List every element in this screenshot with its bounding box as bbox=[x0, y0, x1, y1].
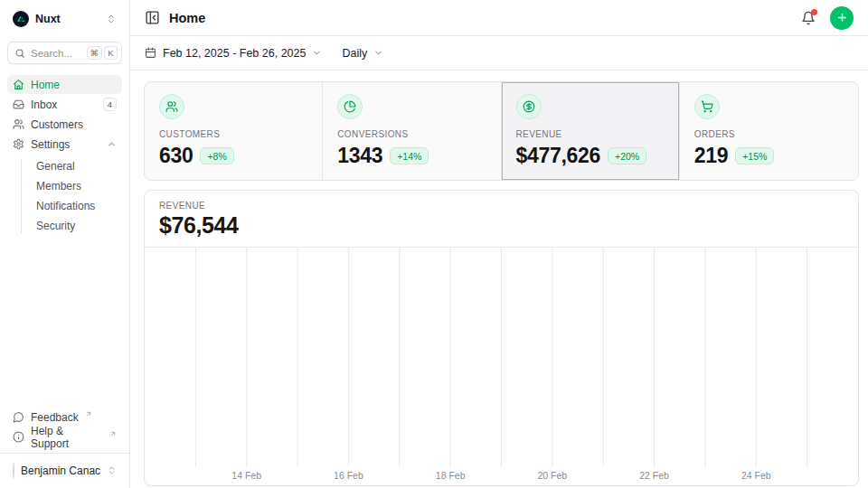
sidebar-item-customers[interactable]: Customers bbox=[7, 115, 122, 134]
stat-value: 1343 bbox=[337, 144, 382, 168]
sidebar-subitem-security[interactable]: Security bbox=[31, 216, 122, 235]
dashboard-content: CUSTOMERS630+8%CONVERSIONS1343+14%REVENU… bbox=[130, 70, 868, 488]
stat-card-revenue[interactable]: REVENUE$477,626+20% bbox=[502, 82, 680, 180]
avatar bbox=[13, 462, 14, 479]
area-chart-svg bbox=[145, 248, 858, 467]
x-axis-tick: 14 Feb bbox=[231, 470, 261, 481]
filters-toolbar: Feb 12, 2025 - Feb 26, 2025 Daily bbox=[130, 36, 868, 70]
stat-label: CONVERSIONS bbox=[337, 129, 486, 139]
date-range-label: Feb 12, 2025 - Feb 26, 2025 bbox=[163, 47, 306, 60]
chevron-down-icon bbox=[312, 48, 322, 58]
search-icon bbox=[14, 48, 25, 59]
date-range-picker[interactable]: Feb 12, 2025 - Feb 26, 2025 bbox=[145, 47, 322, 60]
page-header: Home bbox=[130, 0, 868, 36]
sidebar-footer: FeedbackHelp & Support bbox=[7, 408, 122, 446]
user-name: Benjamin Canac bbox=[21, 465, 100, 477]
message-circle-icon bbox=[13, 411, 24, 423]
x-axis-tick: 18 Feb bbox=[436, 470, 466, 481]
sidebar-item-label: Customers bbox=[31, 118, 117, 131]
stat-card-conversions[interactable]: CONVERSIONS1343+14% bbox=[323, 82, 501, 180]
x-axis-tick: 22 Feb bbox=[639, 470, 669, 481]
sidebar-item-label: Settings bbox=[31, 138, 100, 151]
home-icon bbox=[13, 79, 24, 90]
users-icon bbox=[159, 94, 184, 119]
stat-delta-badge: +14% bbox=[390, 147, 429, 164]
x-axis-tick: 24 Feb bbox=[741, 470, 771, 481]
notifications-button[interactable] bbox=[801, 11, 816, 25]
notification-dot bbox=[811, 9, 817, 15]
sidebar: Nuxt Search... ⌘K HomeInbox4CustomersSet… bbox=[0, 0, 130, 488]
stat-label: ORDERS bbox=[694, 129, 844, 139]
info-icon bbox=[13, 431, 24, 443]
chart-x-axis: 14 Feb16 Feb18 Feb20 Feb22 Feb24 Feb bbox=[145, 467, 858, 485]
footer-item-label: Help & Support bbox=[31, 425, 103, 450]
stat-label: REVENUE bbox=[516, 129, 665, 139]
main-area: Home Feb 12, 2025 - Feb 26, 2025 Daily C bbox=[130, 0, 868, 488]
chevrons-up-down-icon bbox=[106, 14, 117, 24]
user-menu[interactable]: Benjamin Canac bbox=[7, 460, 122, 481]
pie-chart-icon bbox=[337, 94, 363, 119]
sidebar-subnav: GeneralMembersNotificationsSecurity bbox=[21, 156, 122, 235]
workspace-switcher[interactable]: Nuxt bbox=[7, 9, 122, 29]
inbox-count-badge: 4 bbox=[103, 98, 117, 111]
footer-item-label: Feedback bbox=[31, 411, 79, 424]
shopping-cart-icon bbox=[701, 100, 713, 113]
sidebar-nav: HomeInbox4CustomersSettingsGeneralMember… bbox=[7, 75, 122, 237]
nuxt-logo-icon bbox=[13, 11, 29, 27]
chart-header: REVENUE $76,544 bbox=[145, 191, 858, 248]
sidebar-item-inbox[interactable]: Inbox4 bbox=[7, 95, 122, 114]
x-axis-tick: 20 Feb bbox=[537, 470, 567, 481]
stat-delta-badge: +15% bbox=[735, 147, 774, 164]
stat-value: 219 bbox=[694, 144, 728, 168]
arrow-up-right-icon bbox=[109, 430, 117, 437]
shopping-cart-icon bbox=[694, 94, 720, 119]
sidebar-subitem-general[interactable]: General bbox=[31, 156, 122, 175]
kbd-key: K bbox=[104, 46, 118, 60]
arrow-up-right-icon bbox=[85, 410, 92, 418]
sidebar-item-home[interactable]: Home bbox=[7, 75, 122, 94]
users-icon bbox=[13, 118, 24, 130]
sidebar-item-settings[interactable]: Settings bbox=[7, 135, 122, 154]
kbd-key: ⌘ bbox=[87, 46, 103, 60]
x-axis-tick: 16 Feb bbox=[334, 470, 363, 481]
revenue-area-chart[interactable] bbox=[145, 248, 858, 467]
plus-icon bbox=[836, 12, 848, 23]
chart-label: REVENUE bbox=[159, 201, 844, 211]
dollar-circle-icon bbox=[516, 94, 542, 119]
search-placeholder: Search... bbox=[31, 48, 81, 59]
stat-value: $477,626 bbox=[516, 144, 601, 168]
settings-icon bbox=[13, 138, 24, 150]
sidebar-item-label: Home bbox=[31, 79, 117, 91]
calendar-icon bbox=[145, 47, 156, 59]
sidebar-subitem-members[interactable]: Members bbox=[31, 176, 122, 195]
chevrons-up-down-icon bbox=[107, 465, 117, 475]
chart-value: $76,544 bbox=[159, 212, 844, 239]
inbox-icon bbox=[13, 99, 24, 110]
users-icon bbox=[165, 100, 178, 113]
search-kbd-shortcut: ⌘K bbox=[87, 46, 118, 60]
period-label: Daily bbox=[342, 47, 367, 60]
stats-row: CUSTOMERS630+8%CONVERSIONS1343+14%REVENU… bbox=[144, 81, 859, 181]
search-input[interactable]: Search... ⌘K bbox=[7, 42, 122, 64]
stat-label: CUSTOMERS bbox=[159, 129, 307, 139]
chevron-up-icon bbox=[107, 139, 117, 149]
chevron-down-icon bbox=[373, 48, 383, 58]
pie-chart-icon bbox=[344, 100, 356, 113]
page-title: Home bbox=[169, 11, 801, 25]
stat-card-customers[interactable]: CUSTOMERS630+8% bbox=[145, 82, 323, 180]
panel-left-close-icon[interactable] bbox=[145, 10, 160, 25]
sidebar-subitem-notifications[interactable]: Notifications bbox=[31, 196, 122, 215]
sidebar-item-label: Inbox bbox=[31, 99, 97, 111]
stat-delta-badge: +20% bbox=[608, 147, 646, 164]
workspace-name: Nuxt bbox=[35, 13, 99, 25]
stat-delta-badge: +8% bbox=[200, 147, 233, 164]
dollar-circle-icon bbox=[523, 100, 535, 113]
stat-value: 630 bbox=[159, 144, 193, 168]
sidebar-divider bbox=[0, 453, 129, 454]
sidebar-footer-help-support[interactable]: Help & Support bbox=[7, 427, 122, 446]
add-button[interactable] bbox=[830, 6, 854, 30]
revenue-chart-card: REVENUE $76,544 14 Feb16 Feb18 Feb20 Feb… bbox=[144, 190, 859, 486]
period-select[interactable]: Daily bbox=[342, 47, 383, 60]
stat-card-orders[interactable]: ORDERS219+15% bbox=[680, 82, 858, 180]
